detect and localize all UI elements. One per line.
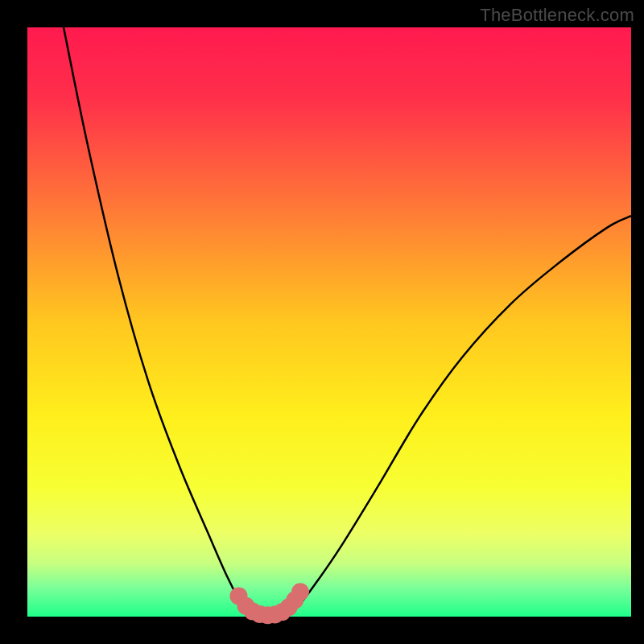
watermark-text: TheBottleneck.com: [480, 5, 634, 26]
chart-stage: TheBottleneck.com: [0, 0, 644, 644]
bottleneck-chart: [0, 0, 644, 644]
marker-dot: [291, 583, 309, 601]
plot-background: [27, 27, 631, 617]
